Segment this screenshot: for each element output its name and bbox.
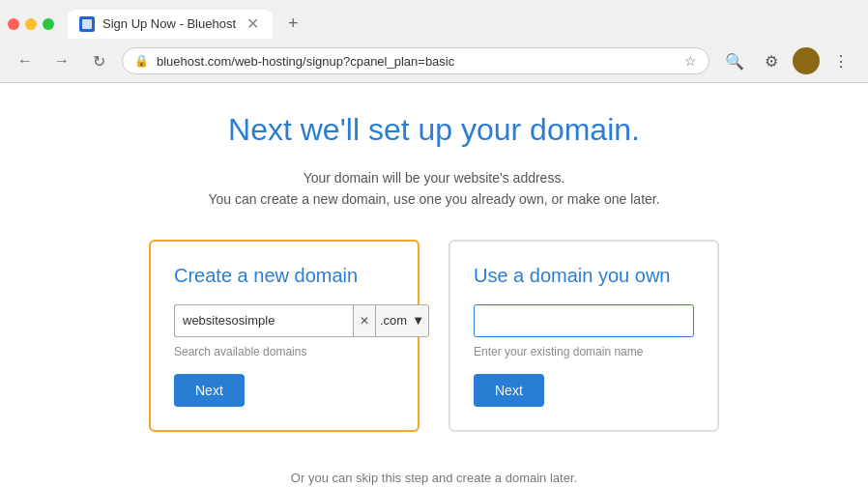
cards-row: Create a new domain ✕ .com ▼ Search avai…	[149, 240, 719, 432]
subtitle-line2: You can create a new domain, use one you…	[208, 188, 659, 210]
address-bar-row: ← → ↻ 🔒 bluehost.com/web-hosting/signup?…	[0, 40, 868, 82]
create-domain-card: Create a new domain ✕ .com ▼ Search avai…	[149, 240, 420, 432]
existing-domain-card: Use a domain you own Enter your existing…	[448, 240, 719, 432]
page-content: Next we'll set up your domain. Your doma…	[0, 83, 868, 487]
extensions-icon[interactable]: ⚙	[756, 45, 787, 76]
subtitle-line1: Your domain will be your website's addre…	[208, 167, 659, 188]
address-bar[interactable]: 🔒 bluehost.com/web-hosting/signup?cpanel…	[122, 47, 709, 74]
toolbar-icons: 🔍 ⚙ ⋮	[719, 45, 856, 76]
profile-avatar[interactable]	[793, 47, 820, 74]
tld-chevron-icon: ▼	[412, 313, 424, 328]
existing-domain-input[interactable]	[474, 304, 694, 337]
tab-bar: Sign Up Now - Bluehost ✕ +	[0, 0, 868, 40]
skip-text: Or you can skip this step and create a d…	[291, 471, 577, 485]
minimize-window-btn[interactable]	[25, 18, 37, 30]
address-bar-actions: ☆	[684, 53, 697, 69]
domain-clear-button[interactable]: ✕	[353, 304, 375, 337]
address-text: bluehost.com/web-hosting/signup?cpanel_p…	[157, 54, 677, 69]
tab-title: Sign Up Now - Bluehost	[102, 16, 236, 31]
tab-close-icon[interactable]: ✕	[244, 15, 261, 33]
domain-name-input[interactable]	[174, 304, 353, 337]
existing-domain-help-text: Enter your existing domain name	[474, 345, 694, 358]
create-domain-help-text: Search available domains	[174, 345, 394, 358]
close-window-btn[interactable]	[8, 18, 19, 30]
existing-domain-next-button[interactable]: Next	[474, 374, 544, 407]
fullscreen-window-btn[interactable]	[43, 18, 54, 30]
back-button[interactable]: ←	[12, 47, 39, 74]
active-tab[interactable]: Sign Up Now - Bluehost ✕	[68, 10, 273, 39]
bookmark-icon[interactable]: ☆	[684, 53, 697, 69]
create-domain-title: Create a new domain	[174, 265, 394, 287]
tab-favicon-icon	[79, 16, 95, 32]
skip-row: Or you can skip this step and create a d…	[291, 471, 577, 487]
menu-icon[interactable]: ⋮	[825, 45, 856, 76]
browser-chrome: Sign Up Now - Bluehost ✕ + ← → ↻ 🔒 blueh…	[0, 0, 868, 83]
domain-input-row: ✕ .com ▼	[174, 304, 394, 337]
page-title: Next we'll set up your domain.	[228, 112, 640, 148]
domain-tld-select[interactable]: .com ▼	[375, 304, 429, 337]
subtitle: Your domain will be your website's addre…	[208, 167, 659, 211]
forward-button[interactable]: →	[48, 47, 75, 74]
lock-icon: 🔒	[134, 54, 149, 68]
reload-button[interactable]: ↻	[85, 47, 112, 74]
traffic-lights	[8, 18, 54, 30]
new-tab-button[interactable]: +	[278, 8, 308, 40]
search-icon[interactable]: 🔍	[719, 45, 750, 76]
tld-value: .com	[380, 313, 407, 328]
existing-domain-title: Use a domain you own	[474, 265, 694, 287]
create-domain-next-button[interactable]: Next	[174, 374, 245, 407]
